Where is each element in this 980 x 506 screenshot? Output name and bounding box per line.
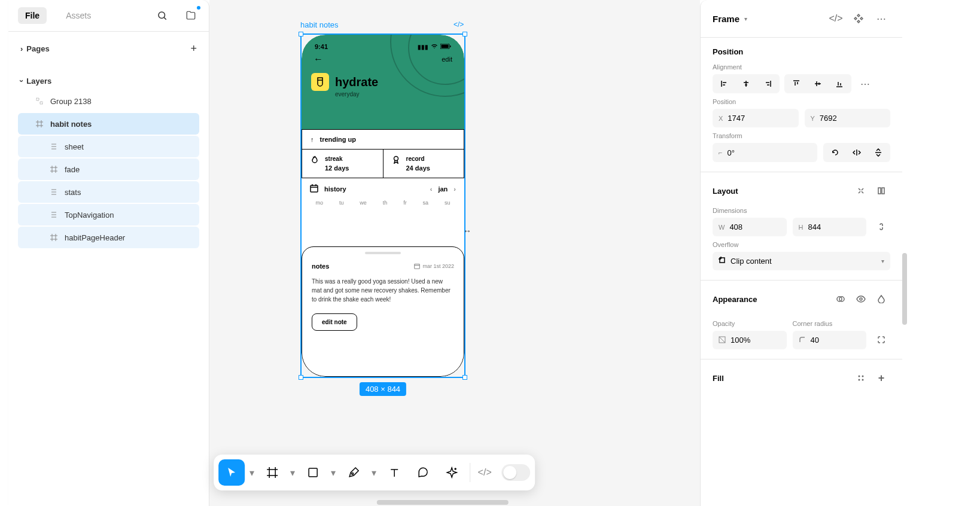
align-left-button[interactable] (714, 75, 735, 92)
height-input[interactable]: H 844 (793, 218, 867, 236)
tab-file[interactable]: File (18, 7, 47, 24)
trending-label: trending up (320, 136, 357, 143)
more-align-icon[interactable]: ⋯ (856, 75, 874, 93)
layer-item-stats[interactable]: stats (18, 181, 199, 203)
edit-note-button[interactable]: edit note (312, 313, 357, 331)
droplet-icon[interactable] (872, 290, 890, 308)
x-input[interactable]: X 1747 (713, 109, 799, 127)
resize-handle-tl[interactable] (299, 32, 303, 36)
width-input[interactable]: W 408 (713, 218, 787, 236)
bottom-scrollbar[interactable] (377, 500, 509, 505)
layers-header[interactable]: › Layers (18, 73, 199, 89)
resize-handle-br[interactable] (462, 375, 467, 380)
layer-label: fade (65, 165, 80, 174)
layer-item-habitpageheader[interactable]: habitPageHeader (18, 227, 199, 248)
align-middle-button[interactable] (807, 75, 829, 92)
overflow-dropdown[interactable]: Clip content ▾ (713, 252, 890, 270)
appearance-title-row: Appearance (713, 290, 890, 308)
selected-frame[interactable]: 408 × 844 ↔ 9:41 ▮▮▮ (300, 33, 465, 378)
align-center-button[interactable] (735, 75, 757, 92)
x-prefix: X (719, 115, 723, 122)
devmode-icon[interactable]: </> (827, 10, 845, 28)
position-label: Position (713, 98, 890, 105)
layer-item-topnavigation[interactable]: TopNavigation (18, 204, 199, 225)
actions-tool[interactable] (439, 459, 465, 486)
pages-section: › Pages + (8, 32, 209, 66)
pen-tool[interactable] (340, 459, 367, 486)
text-tool[interactable] (381, 459, 407, 486)
flip-h-button[interactable] (846, 144, 868, 161)
devmode-toggle-icon[interactable]: </> (475, 459, 494, 486)
tab-assets[interactable]: Assets (59, 7, 98, 24)
align-bottom-button[interactable] (829, 75, 850, 92)
chevron-down-icon[interactable]: ▾ (744, 16, 747, 22)
rectangle-tool[interactable] (300, 459, 326, 486)
plus-icon[interactable]: + (872, 369, 890, 387)
visibility-icon[interactable] (852, 290, 870, 308)
layers-section: › Layers Group 2138 habit notes sheet (8, 66, 209, 257)
left-tabs: File Assets (8, 0, 209, 32)
day-label: th (383, 200, 388, 206)
y-input[interactable]: Y 7692 (805, 109, 891, 127)
clip-icon (719, 257, 726, 266)
edit-link[interactable]: edit (442, 56, 452, 63)
fill-title-row: Fill + (713, 369, 890, 387)
library-icon[interactable] (182, 7, 199, 24)
move-tool[interactable] (218, 459, 245, 486)
shape-tool-chevron[interactable]: ▾ (328, 467, 338, 478)
chevron-right-icon[interactable]: › (454, 185, 456, 193)
flip-v-button[interactable] (868, 144, 889, 161)
layer-item-group2138[interactable]: Group 2138 (18, 90, 199, 112)
layer-item-fade[interactable]: fade (18, 158, 199, 180)
canvas[interactable]: habit notes </> 408 × 844 ↔ 9:41 ▮▮▮ (209, 0, 700, 506)
layer-item-habitnotes[interactable]: habit notes (18, 113, 199, 135)
frame-tool-chevron[interactable]: ▾ (288, 467, 297, 478)
top-navigation: ← edit (311, 54, 455, 65)
plus-icon[interactable]: + (190, 42, 197, 55)
rotation-input[interactable]: ⌐ 0° (713, 143, 817, 162)
more-icon[interactable]: ⋯ (872, 10, 890, 28)
frame-label[interactable]: habit notes (300, 20, 339, 29)
x-value: 1747 (728, 114, 745, 123)
blend-icon[interactable] (832, 290, 850, 308)
right-scrollbar[interactable] (902, 253, 907, 325)
pages-header[interactable]: › Pages + (18, 39, 199, 59)
radius-value: 40 (811, 336, 819, 345)
move-tool-chevron[interactable]: ▾ (247, 467, 257, 478)
layout-title: Layout (713, 187, 738, 196)
devmode-icon[interactable]: </> (454, 20, 464, 29)
frame-tool[interactable] (259, 459, 285, 486)
opacity-input[interactable]: 100% (713, 331, 787, 349)
radius-input[interactable]: 40 (793, 331, 867, 349)
day-label: mo (315, 200, 323, 206)
devmode-toggle[interactable] (501, 464, 530, 481)
align-top-button[interactable] (786, 75, 807, 92)
chevron-right-icon: › (20, 44, 23, 53)
align-right-button[interactable] (757, 75, 778, 92)
appearance-labels: Opacity Corner radius (713, 315, 890, 331)
chevron-left-icon[interactable]: ‹ (430, 185, 433, 193)
autolayout-icon[interactable] (852, 182, 870, 200)
back-arrow-icon[interactable]: ← (314, 54, 323, 65)
resize-handle-right[interactable]: ↔ (463, 226, 471, 236)
search-icon[interactable] (154, 7, 171, 24)
pen-tool-chevron[interactable]: ▾ (369, 467, 379, 478)
appearance-section: Appearance Opacity Corner radius 100% 40 (701, 281, 902, 359)
component-icon[interactable] (850, 10, 868, 28)
layer-item-sheet[interactable]: sheet (18, 136, 199, 157)
layers-label: Layers (26, 77, 51, 86)
rotate-button[interactable] (824, 144, 846, 161)
radius-expand-icon[interactable] (872, 331, 890, 349)
resize-handle-bl[interactable] (299, 375, 303, 380)
pages-label: Pages (26, 44, 49, 53)
dimension-badge: 408 × 844 (360, 382, 406, 396)
styles-icon[interactable] (852, 369, 870, 387)
layout-title-row: Layout (713, 182, 890, 200)
grid-icon[interactable] (872, 182, 890, 200)
constrain-icon[interactable] (872, 218, 890, 236)
sheet-handle[interactable] (365, 252, 401, 254)
stats-row: streak 12 days record 24 days (302, 150, 464, 178)
comment-tool[interactable] (410, 459, 436, 486)
resize-handle-tr[interactable] (462, 32, 467, 36)
status-bar: 9:41 ▮▮▮ (311, 42, 455, 51)
